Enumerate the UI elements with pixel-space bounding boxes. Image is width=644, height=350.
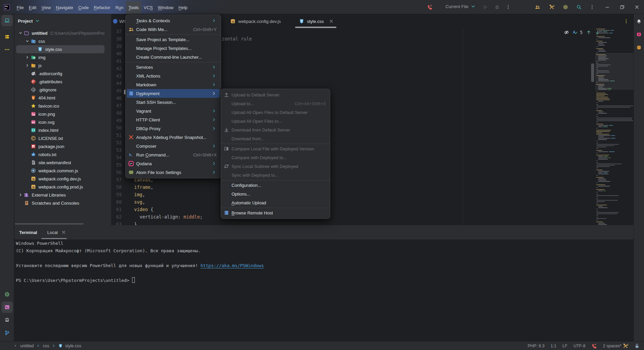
menu-item-xml-actions[interactable]: XML Actions — [127, 71, 220, 80]
eye-crossed-icon[interactable] — [564, 30, 569, 35]
submenu-item-compare-local-file-with-deployed-version[interactable]: Compare Local File with Deployed Version — [222, 144, 329, 153]
debug-icon[interactable] — [492, 2, 502, 12]
editor-tab-style-css[interactable]: style.css — [295, 14, 336, 28]
status-php-8-3[interactable]: PHP: 8.3 — [526, 344, 546, 348]
menu-item-qodana[interactable]: QDQodana — [127, 159, 220, 168]
code-with-me-icon[interactable] — [533, 2, 542, 12]
menu-item-tasks-contexts[interactable]: Tasks & Contexts — [127, 16, 220, 25]
tree-item-license-txt[interactable]: LICENSE.txt — [16, 134, 104, 142]
chevron-right-icon[interactable] — [24, 55, 31, 60]
tree-item-icon-svg[interactable]: SVGicon.svg — [16, 118, 104, 126]
submenu-item-upload-to-default-server[interactable]: Upload to Default Server — [222, 90, 329, 99]
tree-item-css[interactable]: css — [16, 37, 104, 45]
tree-item-site-webmanifest[interactable]: site.webmanifest — [16, 158, 104, 167]
submenu-item-download-from-default-server[interactable]: Download from Default Server — [222, 125, 329, 134]
menu-item-services[interactable]: Services — [127, 63, 220, 71]
project-horizontal-scrollbar[interactable] — [15, 223, 84, 225]
chevron-right-icon[interactable] — [24, 63, 31, 68]
build-tools-icon[interactable] — [547, 2, 556, 12]
tree-item-404-html[interactable]: 5404.html — [16, 94, 104, 102]
menu-item-create-command-line-launcher[interactable]: Create Command-line Launcher... — [127, 53, 220, 61]
menu-item-http-client[interactable]: HTTP Client — [127, 115, 220, 124]
editor-tab-options-icon[interactable] — [623, 19, 629, 24]
menu-item-start-ssh-session[interactable]: Start SSH Session... — [127, 98, 220, 107]
terminal-output[interactable]: Windows PowerShell(C) Корпорация Майкрос… — [14, 239, 634, 284]
tree-item-webpack-config-dev-js[interactable]: JSwebpack.config.dev.js — [16, 175, 104, 183]
submenu-item-browse-remote-host[interactable]: Browse Remote Host — [222, 208, 329, 217]
breadcrumb-item[interactable]: style.css — [65, 344, 81, 348]
editor-tab-webpack-config-dev-js[interactable]: JSwebpack.config.dev.js — [226, 14, 288, 28]
menu-item-vagrant[interactable]: Vagrant — [127, 107, 220, 115]
menu-item-analyze-xdebug-profiler-snapshot[interactable]: Analyze Xdebug Profiler Snapshot... — [127, 133, 220, 142]
terminal-tab-local[interactable]: Local — [47, 230, 66, 235]
tree-item-scratches-and-consoles[interactable]: Scratches and Consoles — [16, 199, 104, 207]
status-lf[interactable]: LF — [561, 344, 569, 348]
tree-item-img[interactable]: img — [16, 53, 104, 61]
inspection-ok-icon[interactable]: A — [573, 30, 578, 35]
inspection-widget[interactable]: A5 — [564, 30, 600, 35]
tree-item-style-css[interactable]: style.css — [16, 45, 104, 53]
submenu-item-configuration[interactable]: Configuration... — [222, 181, 329, 189]
editor-tab-wh[interactable]: Wh — [111, 14, 125, 28]
tree-item--gitattributes[interactable]: .gitattributes — [16, 78, 104, 86]
menu-item-manage-project-templates[interactable]: Manage Project Templates... — [127, 44, 220, 53]
settings-gear-icon[interactable] — [1, 289, 13, 300]
phone-icon[interactable] — [425, 2, 434, 12]
terminal-link[interactable]: https://aka.ms/PSWindows — [201, 263, 264, 268]
tree-item-webpack-config-prod-js[interactable]: JSwebpack.config.prod.js — [16, 183, 104, 191]
tree-item--gitignore[interactable]: .gitignore — [16, 86, 104, 94]
menu-item-run-command[interactable]: Run Command...Ctrl+Shift+X — [127, 150, 220, 159]
terminal-tool-icon[interactable] — [1, 301, 13, 313]
breadcrumb-item[interactable]: css — [43, 344, 49, 348]
chevron-down-icon[interactable] — [24, 38, 31, 44]
submenu-item-options[interactable]: Options... — [222, 189, 329, 198]
search-icon[interactable] — [574, 2, 584, 12]
status-icon[interactable] — [633, 343, 641, 349]
run-configuration-widget[interactable]: Current File — [446, 4, 476, 9]
tree-item-js[interactable]: JSjs — [16, 61, 104, 69]
arrow-up-icon[interactable] — [586, 30, 591, 35]
run-icon[interactable] — [481, 2, 490, 12]
status-utf-8[interactable]: UTF-8 — [572, 344, 587, 348]
menu-item-save-project-as-template[interactable]: Save Project as Template... — [127, 35, 220, 44]
editor-scrollbar[interactable] — [591, 63, 594, 82]
status-2-spaces-[interactable]: 2 spaces* — [601, 343, 630, 349]
notifications-bell-icon[interactable] — [635, 17, 643, 26]
chevron-down-icon[interactable] — [17, 30, 24, 36]
submenu-item-automatic-upload[interactable]: Automatic Upload — [222, 198, 329, 207]
submenu-item-download-from[interactable]: Download from... — [222, 134, 329, 143]
tree-item-icon-png[interactable]: icon.png — [16, 110, 104, 118]
menu-item-code-with-me[interactable]: Code With Me...Ctrl+Shift+Y — [127, 25, 220, 34]
tree-item-favicon-ico[interactable]: favicon.ico — [16, 102, 104, 110]
tree-item--editorconfig[interactable]: .editorconfig — [16, 69, 104, 78]
submenu-item-sync-with-deployed-to[interactable]: Sync with Deployed to... — [222, 171, 329, 179]
maximize-button[interactable] — [615, 0, 630, 14]
status-icon[interactable] — [590, 343, 599, 349]
minimap-viewport[interactable] — [595, 53, 634, 89]
project-panel-header[interactable]: Project — [14, 14, 111, 28]
ai-chat-icon[interactable] — [635, 30, 643, 39]
project-tool-icon[interactable] — [1, 15, 13, 26]
ai-assistant-icon[interactable] — [561, 2, 570, 12]
tree-item-untitled[interactable]: untitledC:\Users\User\PhpstormPro — [16, 29, 104, 37]
database-tool-icon[interactable] — [635, 43, 643, 52]
submenu-item-upload-all-open-files-to-default-server[interactable]: Upload All Open Files to Default Server — [222, 108, 329, 117]
tree-item-external-libraries[interactable]: External Libraries — [16, 191, 104, 199]
more-vertical-icon[interactable] — [587, 2, 597, 12]
tree-item-package-json[interactable]: package.json — [16, 142, 104, 150]
submenu-item-compare-with-deployed-to[interactable]: Compare with Deployed to... — [222, 153, 329, 162]
submenu-item-upload-all-open-files-to[interactable]: Upload All Open Files to... — [222, 117, 329, 125]
tree-item-index-html[interactable]: index.html — [16, 126, 104, 134]
more-vertical-icon[interactable] — [503, 2, 513, 12]
status-1-1[interactable]: 1:1 — [549, 344, 558, 348]
structure-tool-icon[interactable] — [1, 31, 13, 42]
tree-item-robots-txt[interactable]: robots.txt — [16, 150, 104, 158]
menu-item-dbgp-proxy[interactable]: DBGp Proxy — [127, 124, 220, 133]
minimize-button[interactable] — [600, 0, 615, 14]
close-icon[interactable] — [329, 19, 334, 24]
tree-item-webpack-common-js[interactable]: webpack.common.js — [16, 167, 104, 175]
close-icon[interactable] — [61, 230, 66, 235]
breadcrumb-item[interactable]: untitled — [20, 344, 34, 348]
problems-tool-icon[interactable] — [1, 314, 13, 326]
submenu-item-upload-to[interactable]: Upload to...Ctrl+Alt+Shift+X — [222, 99, 329, 108]
